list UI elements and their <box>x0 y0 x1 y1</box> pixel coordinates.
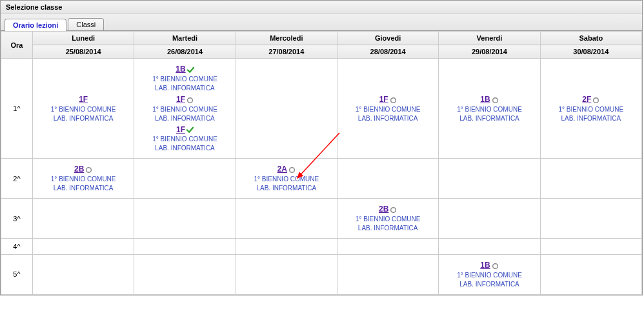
slot-cell <box>134 238 236 254</box>
slot-cell <box>236 59 337 159</box>
slot-cell: 2B1° BIENNIO COMUNELAB. INFORMATICA <box>33 159 134 199</box>
slot-cell <box>134 199 236 239</box>
course-line-2: LAB. INFORMATICA <box>155 85 215 92</box>
header-date-5: 30/08/2014 <box>540 45 641 59</box>
slot-entry: 1F1° BIENNIO COMUNELAB. INFORMATICA <box>34 94 132 123</box>
slot-cell <box>33 199 134 239</box>
tab-strip: Orario lezioni Classi <box>1 14 642 31</box>
table-row: 4^ <box>1 238 642 254</box>
course-line-1: 1° BIENNIO COMUNE <box>152 75 217 83</box>
hour-label: 2^ <box>1 159 33 199</box>
course-line-1: 1° BIENNIO COMUNE <box>356 215 421 223</box>
slot-cell <box>439 199 540 239</box>
hour-label: 4^ <box>1 238 33 254</box>
circle-icon <box>288 166 296 174</box>
slot-cell <box>540 159 641 199</box>
header-ora: Ora <box>1 32 33 59</box>
slot-cell <box>134 254 236 294</box>
slot-cell <box>540 254 641 294</box>
header-date-0: 25/08/2014 <box>33 45 134 59</box>
slot-cell <box>134 159 236 199</box>
slot-entry: 1B1° BIENNIO COMUNELAB. INFORMATICA <box>136 64 234 93</box>
class-link[interactable]: 1F <box>379 95 388 104</box>
tab-classi[interactable]: Classi <box>68 18 104 30</box>
slot-entry: 1F1° BIENNIO COMUNELAB. INFORMATICA <box>136 94 234 123</box>
svg-point-6 <box>391 208 396 213</box>
tab-orario-lezioni[interactable]: Orario lezioni <box>5 19 66 31</box>
course-line-2: LAB. INFORMATICA <box>54 184 114 192</box>
slot-cell <box>439 159 540 199</box>
hour-label: 3^ <box>1 199 33 239</box>
course-line-2: LAB. INFORMATICA <box>54 115 114 122</box>
class-link[interactable]: 1F <box>176 125 185 134</box>
svg-point-4 <box>86 168 92 173</box>
course-line-1: 1° BIENNIO COMUNE <box>457 272 522 279</box>
slot-cell <box>33 238 134 254</box>
header-day-4: Venerdi <box>439 32 540 45</box>
course-line-2: LAB. INFORMATICA <box>459 115 519 122</box>
svg-point-1 <box>390 97 396 103</box>
header-date-3: 28/08/2014 <box>337 45 438 59</box>
hour-label: 1^ <box>1 59 33 159</box>
window: Selezione classe Orario lezioni Classi O… <box>0 0 643 295</box>
slot-entry: 2B1° BIENNIO COMUNELAB. INFORMATICA <box>339 204 437 233</box>
schedule-table: Ora Lunedi Martedi Mercoledi Giovedi Ven… <box>1 31 642 295</box>
course-line-1: 1° BIENNIO COMUNE <box>51 175 116 183</box>
svg-point-0 <box>188 97 193 103</box>
table-row: 5^ 1B1° BIENNIO COMUNELAB. INFORMATICA <box>1 254 642 294</box>
course-line-2: LAB. INFORMATICA <box>358 224 418 232</box>
window-title: Selezione classe <box>1 1 642 14</box>
course-line-1: 1° BIENNIO COMUNE <box>457 106 522 113</box>
circle-icon <box>492 97 499 104</box>
course-line-2: LAB. INFORMATICA <box>561 115 621 122</box>
header-date-4: 29/08/2014 <box>439 45 540 59</box>
course-line-2: LAB. INFORMATICA <box>155 145 215 152</box>
class-link[interactable]: 1B <box>480 95 490 104</box>
table-head: Ora Lunedi Martedi Mercoledi Giovedi Ven… <box>1 32 642 59</box>
slot-cell <box>337 254 438 294</box>
class-link[interactable]: 2B <box>74 164 84 174</box>
slot-cell <box>337 159 438 199</box>
slot-cell <box>236 199 337 239</box>
slot-cell <box>337 238 438 254</box>
table-body: 1^1F1° BIENNIO COMUNELAB. INFORMATICA1B1… <box>1 59 642 295</box>
table-row: 3^ 2B1° BIENNIO COMUNELAB. INFORMATICA <box>1 199 642 239</box>
course-line-2: LAB. INFORMATICA <box>459 281 519 288</box>
slot-cell: 1B1° BIENNIO COMUNELAB. INFORMATICA <box>439 59 540 159</box>
slot-cell <box>236 238 337 254</box>
course-line-1: 1° BIENNIO COMUNE <box>356 106 421 113</box>
slot-cell <box>540 199 641 239</box>
slot-entry: 2B1° BIENNIO COMUNELAB. INFORMATICA <box>34 164 132 193</box>
header-day-5: Sabato <box>540 32 641 45</box>
check-icon <box>186 126 194 134</box>
slot-cell <box>540 238 641 254</box>
header-day-0: Lunedi <box>33 32 134 45</box>
slot-cell: 2B1° BIENNIO COMUNELAB. INFORMATICA <box>337 199 438 239</box>
slot-entry: 1B1° BIENNIO COMUNELAB. INFORMATICA <box>440 94 538 123</box>
class-link[interactable]: 1B <box>480 261 490 270</box>
header-date-2: 27/08/2014 <box>236 45 337 59</box>
class-link[interactable]: 1B <box>176 65 185 74</box>
slot-cell: 1B1° BIENNIO COMUNELAB. INFORMATICA1F1° … <box>134 59 236 159</box>
course-line-2: LAB. INFORMATICA <box>358 115 418 122</box>
header-date-1: 26/08/2014 <box>134 45 236 59</box>
slot-cell <box>33 254 134 294</box>
circle-icon <box>592 97 599 104</box>
class-link[interactable]: 2A <box>277 164 287 174</box>
class-link[interactable]: 1F <box>79 95 88 104</box>
class-link[interactable]: 2B <box>379 204 388 214</box>
slot-entry: 1F1° BIENNIO COMUNELAB. INFORMATICA <box>339 94 437 123</box>
slot-cell: 2F1° BIENNIO COMUNELAB. INFORMATICA <box>540 59 641 159</box>
circle-icon <box>390 206 397 214</box>
slot-cell <box>439 238 540 254</box>
slot-entry: 2F1° BIENNIO COMUNELAB. INFORMATICA <box>542 94 640 123</box>
slot-cell: 1B1° BIENNIO COMUNELAB. INFORMATICA <box>439 254 540 294</box>
slot-cell: 2A1° BIENNIO COMUNELAB. INFORMATICA <box>236 159 337 199</box>
class-link[interactable]: 1F <box>176 95 185 104</box>
table-row: 2^2B1° BIENNIO COMUNELAB. INFORMATICA 2A… <box>1 159 642 199</box>
course-line-1: 1° BIENNIO COMUNE <box>254 175 319 183</box>
svg-point-7 <box>492 263 498 268</box>
class-link[interactable]: 2F <box>582 95 591 104</box>
slot-cell: 1F1° BIENNIO COMUNELAB. INFORMATICA <box>33 59 134 159</box>
header-day-2: Mercoledi <box>236 32 337 45</box>
